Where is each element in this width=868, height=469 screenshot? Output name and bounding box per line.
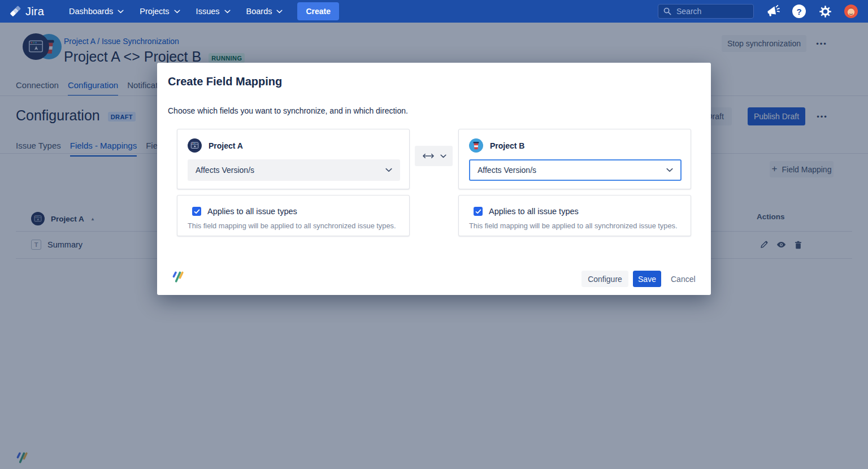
- profile-button[interactable]: [844, 5, 858, 18]
- check-icon: [194, 209, 200, 214]
- project-b-field-card: Project B Affects Version/s: [458, 129, 691, 189]
- menu-dashboards[interactable]: Dashboards: [61, 0, 132, 23]
- megaphone-icon: [766, 5, 780, 18]
- menu-issues-label: Issues: [196, 7, 220, 16]
- checkbox-checked-icon: [192, 207, 201, 216]
- menu-boards[interactable]: Boards: [238, 0, 291, 23]
- project-a-applies-card: Applies to all issue types This field ma…: [177, 195, 410, 236]
- applies-all-issue-types-toggle-left[interactable]: Applies to all issue types: [192, 207, 297, 216]
- menu-projects-label: Projects: [140, 7, 169, 16]
- save-button[interactable]: Save: [633, 271, 661, 287]
- create-field-mapping-dialog: Create Field Mapping Choose which fields…: [157, 63, 711, 295]
- project-a-card-header: Project A: [188, 138, 243, 153]
- menu-dashboards-label: Dashboards: [69, 7, 113, 16]
- dialog-subtitle: Choose which fields you want to synchron…: [168, 106, 408, 115]
- top-navbar: Jira Dashboards Projects Issues Boards C…: [0, 0, 868, 23]
- announcements-button[interactable]: [766, 5, 780, 18]
- sync-direction-select[interactable]: [415, 146, 453, 166]
- navbar-left: Jira Dashboards Projects Issues Boards C…: [0, 0, 339, 23]
- project-b-applies-card: Applies to all issue types This field ma…: [458, 195, 691, 236]
- chevron-down-icon: [118, 10, 124, 14]
- applies-hint: This field mapping will be applied to al…: [469, 222, 677, 230]
- applies-label: Applies to all issue types: [207, 207, 297, 216]
- check-icon: [475, 209, 481, 214]
- project-a-avatar: [188, 138, 202, 153]
- search-input[interactable]: [676, 7, 743, 16]
- project-a-field-select[interactable]: Affects Version/s: [188, 159, 400, 181]
- project-b-card-header: Project B: [469, 138, 524, 153]
- user-avatar: [844, 3, 858, 19]
- create-button[interactable]: Create: [297, 2, 339, 20]
- applies-all-issue-types-toggle-right[interactable]: Applies to all issue types: [474, 207, 579, 216]
- question-mark-icon: ?: [796, 7, 801, 16]
- project-b-avatar: [469, 138, 483, 153]
- navbar-right: ?: [658, 4, 868, 19]
- applies-hint: This field mapping will be applied to al…: [188, 222, 396, 230]
- project-a-field-value: Affects Version/s: [196, 166, 254, 175]
- bidirectional-arrow-icon: [422, 153, 435, 159]
- getint-logo-icon: [171, 270, 185, 284]
- menu-boards-label: Boards: [246, 7, 272, 16]
- chevron-down-icon: [385, 168, 392, 172]
- gear-icon: [819, 5, 832, 18]
- applies-label: Applies to all issue types: [489, 207, 579, 216]
- help-button[interactable]: ?: [792, 5, 806, 18]
- global-search[interactable]: [658, 4, 754, 19]
- menu-issues[interactable]: Issues: [188, 0, 238, 23]
- checkbox-checked-icon: [474, 207, 483, 216]
- jira-home-link[interactable]: Jira: [9, 5, 44, 18]
- app-window: Jira Dashboards Projects Issues Boards C…: [0, 0, 868, 469]
- project-a-name: Project A: [209, 141, 243, 150]
- menu-projects[interactable]: Projects: [132, 0, 188, 23]
- chevron-down-icon: [224, 10, 231, 14]
- settings-button[interactable]: [818, 5, 832, 18]
- search-icon: [663, 7, 671, 15]
- chevron-down-icon: [666, 168, 673, 172]
- project-b-name: Project B: [490, 141, 524, 150]
- jira-logo-icon: [9, 5, 21, 18]
- chevron-down-icon: [440, 154, 446, 158]
- cancel-button[interactable]: Cancel: [667, 271, 699, 287]
- project-a-field-card: Project A Affects Version/s: [177, 129, 410, 189]
- project-b-field-select[interactable]: Affects Version/s: [469, 159, 682, 181]
- project-b-field-value: Affects Version/s: [478, 166, 536, 175]
- configure-button[interactable]: Configure: [581, 271, 628, 287]
- chevron-down-icon: [174, 10, 180, 14]
- brand-text: Jira: [25, 5, 44, 18]
- chevron-down-icon: [276, 10, 283, 14]
- dialog-title: Create Field Mapping: [168, 75, 282, 88]
